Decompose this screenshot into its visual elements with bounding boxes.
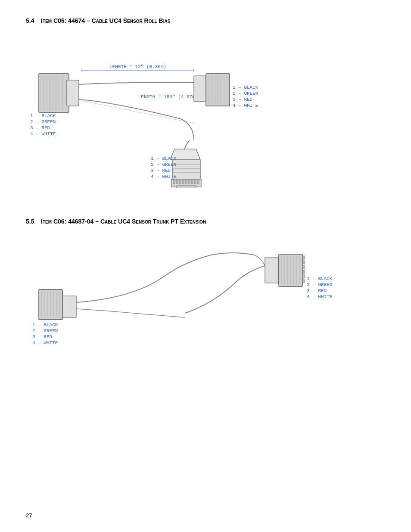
svg-rect-29 — [173, 179, 175, 184]
svg-rect-30 — [176, 179, 178, 184]
length-bottom-label: LENGTH = 180" (4.57m) — [138, 94, 198, 100]
svg-rect-14 — [194, 76, 206, 102]
section-54-number: 5.4 — [26, 17, 34, 24]
svg-rect-48 — [265, 257, 279, 283]
svg-rect-15 — [206, 74, 230, 106]
svg-rect-58 — [302, 261, 305, 264]
svg-rect-62 — [302, 280, 305, 283]
bottom-label-3: 3 – RED — [151, 168, 171, 173]
svg-rect-4 — [39, 74, 69, 112]
svg-rect-37 — [197, 179, 199, 184]
left-label-4: 4 – WHITE — [30, 131, 56, 137]
svg-rect-61 — [302, 275, 305, 278]
left55-label-2: 2 – GREEN — [32, 328, 58, 333]
svg-rect-38 — [177, 186, 196, 188]
bottom-label-2: 2 – GREEN — [151, 162, 176, 167]
svg-rect-32 — [182, 179, 184, 184]
svg-rect-31 — [179, 179, 181, 184]
svg-rect-60 — [302, 270, 305, 274]
left55-label-1: 1 – BLACK — [32, 322, 58, 327]
bottom-label-4: 4 – WHITE — [151, 174, 177, 179]
right55-label-2: 2 – GREEN — [307, 282, 332, 287]
left-label-2: 2 – GREEN — [30, 119, 56, 124]
svg-rect-57 — [302, 256, 305, 259]
section-54-title: Item C05: 44674 – Cable UC4 Sensor Roll … — [41, 17, 170, 24]
svg-rect-34 — [188, 179, 190, 184]
svg-rect-35 — [191, 179, 193, 184]
right55-label-3: 3 – RED — [307, 288, 327, 293]
section-54-heading: 5.4 Item C05: 44674 – Cable UC4 Sensor R… — [26, 17, 385, 24]
diagram-55: 1 – BLACK 2 – GREEN 3 – RED 4 – WHITE 1 … — [26, 233, 385, 376]
right55-label-1: 1 – BLACK — [307, 276, 333, 281]
svg-rect-24 — [172, 160, 200, 179]
svg-rect-47 — [62, 296, 76, 317]
section-55-title: Item C06: 44687-04 – Cable UC4 Sensor Tr… — [41, 218, 206, 225]
right-label-3: 3 – RED — [233, 97, 253, 102]
section-55-heading: 5.5 Item C06: 44687-04 – Cable UC4 Senso… — [26, 218, 385, 225]
left-label-3: 3 – RED — [30, 125, 50, 131]
bottom-label-1: 1 – BLACK — [151, 156, 177, 161]
svg-rect-36 — [194, 179, 196, 184]
svg-rect-33 — [185, 179, 187, 184]
right-label-2: 2 – GREEN — [233, 91, 258, 96]
page-number: 27 — [26, 511, 32, 519]
diagram-54: LENGTH = 12" (0.30m) LENGTH = 180" (4.57… — [26, 33, 385, 192]
svg-line-3 — [82, 101, 194, 123]
svg-rect-49 — [279, 254, 302, 286]
svg-rect-13 — [67, 80, 79, 106]
section-55-number: 5.5 — [26, 218, 34, 225]
right55-label-4: 4 – WHITE — [307, 294, 333, 299]
right-label-4: 4 – WHITE — [233, 103, 258, 108]
length-top-label: LENGTH = 12" (0.30m) — [109, 64, 166, 69]
section-54: 5.4 Item C05: 44674 – Cable UC4 Sensor R… — [26, 17, 385, 192]
svg-rect-39 — [39, 289, 62, 320]
left55-label-3: 3 – RED — [32, 334, 53, 339]
left55-label-4: 4 – WHITE — [32, 340, 58, 345]
right-label-1: 1 – BLACK — [233, 85, 258, 90]
diagram-54-svg: LENGTH = 12" (0.30m) LENGTH = 180" (4.57… — [26, 33, 388, 188]
svg-rect-59 — [302, 265, 305, 269]
diagram-55-svg: 1 – BLACK 2 – GREEN 3 – RED 4 – WHITE 1 … — [26, 233, 388, 367]
left-label-1: 1 – BLACK — [30, 113, 56, 118]
section-55: 5.5 Item C06: 44687-04 – Cable UC4 Senso… — [26, 218, 385, 376]
